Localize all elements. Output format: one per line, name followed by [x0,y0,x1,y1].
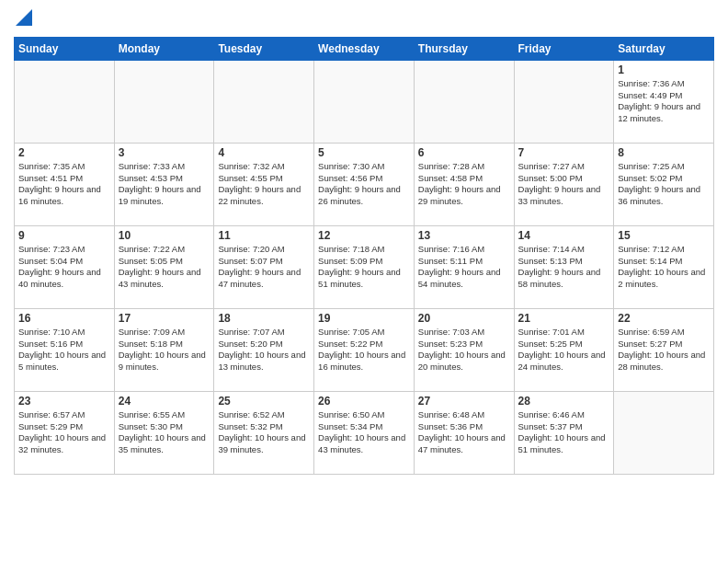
day-number: 4 [218,146,310,159]
day-info: Sunrise: 6:57 AM Sunset: 5:29 PM Dayligh… [18,409,110,456]
header [14,9,714,31]
day-number: 14 [518,229,610,242]
calendar-cell [414,60,514,143]
day-number: 27 [418,395,510,408]
calendar-cell: 28Sunrise: 6:46 AM Sunset: 5:37 PM Dayli… [514,391,614,474]
day-info: Sunrise: 6:48 AM Sunset: 5:36 PM Dayligh… [418,409,510,456]
day-number: 21 [518,312,610,325]
day-info: Sunrise: 7:18 AM Sunset: 5:09 PM Dayligh… [318,244,410,291]
day-info: Sunrise: 7:35 AM Sunset: 4:51 PM Dayligh… [18,161,110,208]
calendar-table: SundayMondayTuesdayWednesdayThursdayFrid… [14,37,714,475]
calendar-week-row: 23Sunrise: 6:57 AM Sunset: 5:29 PM Dayli… [15,391,714,474]
day-number: 5 [318,146,410,159]
calendar-cell: 1Sunrise: 7:36 AM Sunset: 4:49 PM Daylig… [614,60,714,143]
day-number: 22 [618,312,710,325]
calendar-cell [314,60,415,143]
calendar-cell: 9Sunrise: 7:23 AM Sunset: 5:04 PM Daylig… [15,225,115,308]
calendar-cell: 7Sunrise: 7:27 AM Sunset: 5:00 PM Daylig… [514,143,614,225]
weekday-header-thursday: Thursday [414,37,514,60]
weekday-header-wednesday: Wednesday [314,37,415,60]
day-info: Sunrise: 7:10 AM Sunset: 5:16 PM Dayligh… [18,327,110,373]
day-number: 10 [119,229,210,242]
day-info: Sunrise: 7:27 AM Sunset: 5:00 PM Dayligh… [518,161,610,208]
day-info: Sunrise: 7:23 AM Sunset: 5:04 PM Dayligh… [18,244,110,291]
calendar-cell: 17Sunrise: 7:09 AM Sunset: 5:18 PM Dayli… [114,308,214,391]
calendar-cell: 19Sunrise: 7:05 AM Sunset: 5:22 PM Dayli… [314,308,415,391]
calendar-cell: 24Sunrise: 6:55 AM Sunset: 5:30 PM Dayli… [114,391,214,474]
calendar-cell: 27Sunrise: 6:48 AM Sunset: 5:36 PM Dayli… [414,391,514,474]
day-number: 19 [318,312,410,325]
day-info: Sunrise: 7:07 AM Sunset: 5:20 PM Dayligh… [218,327,310,373]
calendar-week-row: 1Sunrise: 7:36 AM Sunset: 4:49 PM Daylig… [15,60,714,143]
calendar-cell: 25Sunrise: 6:52 AM Sunset: 5:32 PM Dayli… [214,391,314,474]
calendar-week-row: 9Sunrise: 7:23 AM Sunset: 5:04 PM Daylig… [15,225,714,308]
day-info: Sunrise: 7:14 AM Sunset: 5:13 PM Dayligh… [518,244,610,291]
logo [14,13,32,31]
day-info: Sunrise: 6:52 AM Sunset: 5:32 PM Dayligh… [218,409,310,456]
calendar-cell: 22Sunrise: 6:59 AM Sunset: 5:27 PM Dayli… [614,308,714,391]
calendar-cell [614,391,714,474]
day-number: 18 [218,312,310,325]
calendar-cell: 10Sunrise: 7:22 AM Sunset: 5:05 PM Dayli… [114,225,214,308]
day-info: Sunrise: 7:12 AM Sunset: 5:14 PM Dayligh… [618,244,710,291]
calendar-cell [114,60,214,143]
calendar-cell: 21Sunrise: 7:01 AM Sunset: 5:25 PM Dayli… [514,308,614,391]
day-number: 24 [119,395,210,408]
day-number: 3 [119,146,210,159]
day-number: 2 [18,146,110,159]
page: SundayMondayTuesdayWednesdayThursdayFrid… [0,0,728,563]
day-info: Sunrise: 7:16 AM Sunset: 5:11 PM Dayligh… [418,244,510,291]
calendar-header-row: SundayMondayTuesdayWednesdayThursdayFrid… [15,37,714,60]
weekday-header-monday: Monday [114,37,214,60]
day-number: 16 [18,312,110,325]
calendar-cell: 6Sunrise: 7:28 AM Sunset: 4:58 PM Daylig… [414,143,514,225]
calendar-cell: 26Sunrise: 6:50 AM Sunset: 5:34 PM Dayli… [314,391,415,474]
svg-marker-0 [16,9,32,26]
day-number: 7 [518,146,610,159]
calendar-cell: 23Sunrise: 6:57 AM Sunset: 5:29 PM Dayli… [15,391,115,474]
calendar-week-row: 16Sunrise: 7:10 AM Sunset: 5:16 PM Dayli… [15,308,714,391]
day-info: Sunrise: 6:55 AM Sunset: 5:30 PM Dayligh… [119,409,210,456]
day-number: 20 [418,312,510,325]
day-info: Sunrise: 6:50 AM Sunset: 5:34 PM Dayligh… [318,409,410,456]
day-number: 8 [618,146,710,159]
calendar-cell: 5Sunrise: 7:30 AM Sunset: 4:56 PM Daylig… [314,143,415,225]
day-number: 23 [18,395,110,408]
day-info: Sunrise: 7:03 AM Sunset: 5:23 PM Dayligh… [418,327,510,373]
day-number: 6 [418,146,510,159]
calendar-cell [214,60,314,143]
calendar-cell [514,60,614,143]
day-number: 9 [18,229,110,242]
calendar-cell: 8Sunrise: 7:25 AM Sunset: 5:02 PM Daylig… [614,143,714,225]
logo-icon [16,9,32,26]
calendar-cell: 20Sunrise: 7:03 AM Sunset: 5:23 PM Dayli… [414,308,514,391]
weekday-header-friday: Friday [514,37,614,60]
day-number: 17 [119,312,210,325]
calendar-cell: 4Sunrise: 7:32 AM Sunset: 4:55 PM Daylig… [214,143,314,225]
calendar-cell: 2Sunrise: 7:35 AM Sunset: 4:51 PM Daylig… [15,143,115,225]
day-number: 25 [218,395,310,408]
day-info: Sunrise: 7:25 AM Sunset: 5:02 PM Dayligh… [618,161,710,208]
calendar-cell: 14Sunrise: 7:14 AM Sunset: 5:13 PM Dayli… [514,225,614,308]
calendar-cell: 13Sunrise: 7:16 AM Sunset: 5:11 PM Dayli… [414,225,514,308]
day-number: 13 [418,229,510,242]
weekday-header-sunday: Sunday [15,37,115,60]
day-info: Sunrise: 7:32 AM Sunset: 4:55 PM Dayligh… [218,161,310,208]
calendar-cell: 12Sunrise: 7:18 AM Sunset: 5:09 PM Dayli… [314,225,415,308]
day-info: Sunrise: 6:46 AM Sunset: 5:37 PM Dayligh… [518,409,610,456]
day-info: Sunrise: 6:59 AM Sunset: 5:27 PM Dayligh… [618,327,710,373]
calendar-cell: 3Sunrise: 7:33 AM Sunset: 4:53 PM Daylig… [114,143,214,225]
day-info: Sunrise: 7:09 AM Sunset: 5:18 PM Dayligh… [119,327,210,373]
weekday-header-tuesday: Tuesday [214,37,314,60]
day-number: 1 [618,63,710,76]
day-info: Sunrise: 7:30 AM Sunset: 4:56 PM Dayligh… [318,161,410,208]
day-info: Sunrise: 7:28 AM Sunset: 4:58 PM Dayligh… [418,161,510,208]
day-number: 12 [318,229,410,242]
day-info: Sunrise: 7:20 AM Sunset: 5:07 PM Dayligh… [218,244,310,291]
day-info: Sunrise: 7:36 AM Sunset: 4:49 PM Dayligh… [618,78,710,125]
day-number: 11 [218,229,310,242]
day-info: Sunrise: 7:01 AM Sunset: 5:25 PM Dayligh… [518,327,610,373]
day-info: Sunrise: 7:33 AM Sunset: 4:53 PM Dayligh… [119,161,210,208]
calendar-week-row: 2Sunrise: 7:35 AM Sunset: 4:51 PM Daylig… [15,143,714,225]
calendar-cell: 15Sunrise: 7:12 AM Sunset: 5:14 PM Dayli… [614,225,714,308]
